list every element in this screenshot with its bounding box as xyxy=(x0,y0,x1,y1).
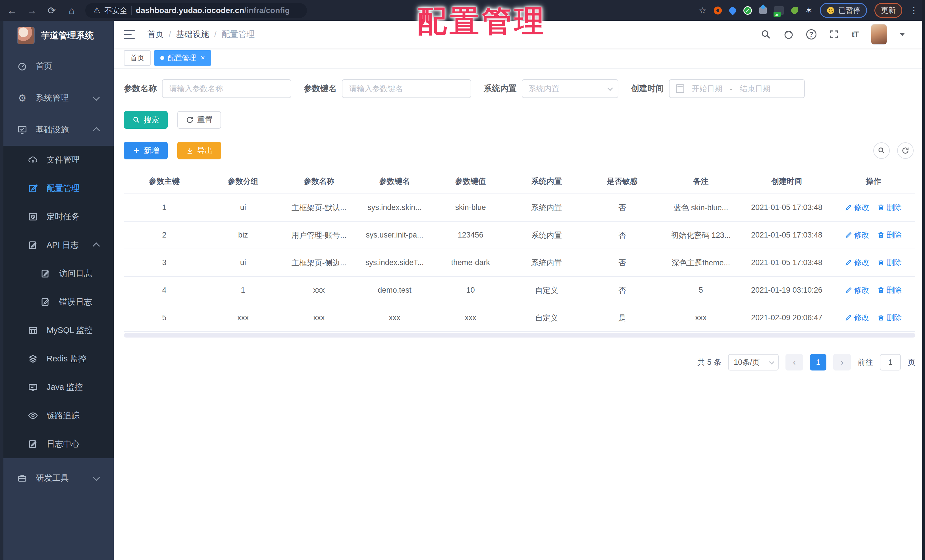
doc-edit-icon xyxy=(27,240,39,250)
page-size-select[interactable]: 10条/页 xyxy=(728,354,779,370)
sidebar-item-sub-8[interactable]: Java 监控 xyxy=(0,373,114,402)
browser-forward-icon[interactable]: → xyxy=(26,6,38,15)
extension-diamond-icon[interactable] xyxy=(759,7,767,14)
tab-close-icon[interactable]: × xyxy=(200,53,205,62)
top-navbar: 首页 / 基础设施 / 配置管理 ? tT xyxy=(114,21,925,48)
sidebar-item-top-1[interactable]: ⚙系统管理 xyxy=(0,82,114,114)
system-builtin-select[interactable]: 系统内置 xyxy=(522,79,618,98)
sidebar-item-sub-10[interactable]: 日志中心 xyxy=(0,430,114,458)
next-page-button[interactable]: › xyxy=(833,354,851,370)
tab-config[interactable]: 配置管理 × xyxy=(154,50,211,66)
goto-page-input[interactable] xyxy=(880,354,901,370)
sidebar-logo-row[interactable]: 芋道管理系统 xyxy=(0,21,114,50)
table-cell: 自定义 xyxy=(508,313,584,323)
table-row: 2biz用户管理-账号...sys.user.init-pa...123456系… xyxy=(124,221,915,249)
font-size-icon[interactable]: tT xyxy=(852,30,859,39)
column-header: 操作 xyxy=(832,176,915,187)
refresh-table-button[interactable] xyxy=(897,142,914,159)
delete-link[interactable]: 删除 xyxy=(877,230,902,240)
sidebar-item-label: Java 监控 xyxy=(47,382,83,393)
date-range-picker[interactable]: 开始日期 - 结束日期 xyxy=(669,79,805,98)
doc-edit-icon xyxy=(27,439,39,449)
url-path: /infra/config xyxy=(244,6,289,15)
cloud-icon xyxy=(27,155,39,165)
extension-donut-icon[interactable] xyxy=(714,6,722,15)
delete-link[interactable]: 删除 xyxy=(877,202,902,212)
sidebar-item-sub-1[interactable]: 配置管理 xyxy=(0,174,114,203)
extension-leaf-icon[interactable] xyxy=(791,7,798,14)
paused-chip[interactable]: 已暂停 xyxy=(820,3,867,18)
table-cell: 4 xyxy=(124,286,205,295)
edit-link[interactable]: 修改 xyxy=(845,202,869,212)
sidebar-item-sub-0[interactable]: 文件管理 xyxy=(0,146,114,174)
help-icon[interactable]: ? xyxy=(806,29,817,39)
table-cell: 用户管理-账号... xyxy=(281,230,357,240)
sidebar-item-top-2[interactable]: 基础设施 xyxy=(0,114,114,146)
param-key-label: 参数键名 xyxy=(304,83,337,94)
table-cell: biz xyxy=(205,231,281,239)
edit-link[interactable]: 修改 xyxy=(845,285,869,295)
table-cell: xxx xyxy=(281,313,357,322)
java-monitor-icon xyxy=(27,382,39,392)
tab-home[interactable]: 首页 xyxy=(124,50,151,66)
table-cell: sys.index.sideT... xyxy=(357,258,432,267)
sidebar-item-label: 文件管理 xyxy=(47,154,80,166)
param-name-input[interactable] xyxy=(162,79,291,98)
sidebar-item-sub-7[interactable]: Redis 监控 xyxy=(0,345,114,373)
user-menu-caret-icon[interactable] xyxy=(899,33,905,36)
browser-back-icon[interactable]: ← xyxy=(6,6,18,15)
browser-reload-icon[interactable]: ⟳ xyxy=(45,6,58,15)
delete-link[interactable]: 删除 xyxy=(877,257,902,268)
extension-on-badge-icon[interactable] xyxy=(774,6,784,15)
horizontal-scrollbar[interactable] xyxy=(124,333,915,337)
column-header: 是否敏感 xyxy=(585,176,660,187)
dashboard-icon xyxy=(17,61,28,71)
export-button[interactable]: 导出 xyxy=(177,142,221,160)
update-chip[interactable]: 更新 xyxy=(874,3,902,18)
edit-link[interactable]: 修改 xyxy=(845,230,869,240)
edit-link[interactable]: 修改 xyxy=(845,257,869,268)
table-row: 3ui主框架页-侧边...sys.index.sideT...theme-dar… xyxy=(124,249,915,277)
browser-address-bar[interactable]: ⚠ 不安全 dashboard.yudao.iocoder.cn/infra/c… xyxy=(85,3,307,18)
column-header: 参数名称 xyxy=(281,176,357,187)
search-icon[interactable] xyxy=(761,29,771,39)
browser-menu-icon[interactable]: ⋮ xyxy=(910,5,918,15)
breadcrumb-home[interactable]: 首页 xyxy=(147,29,164,40)
table-cell: sys.index.skin... xyxy=(357,203,432,212)
column-header: 参数分组 xyxy=(205,176,281,187)
extension-check-icon[interactable]: ✓ xyxy=(743,6,752,15)
sidebar-item-sub-9[interactable]: 链路追踪 xyxy=(0,402,114,430)
sidebar-item-sub-5[interactable]: 错误日志 xyxy=(0,288,114,316)
chevron-down-icon xyxy=(93,474,100,481)
browser-home-icon[interactable]: ⌂ xyxy=(65,6,78,15)
param-key-input[interactable] xyxy=(342,79,471,98)
sidebar-item-bottom-0[interactable]: 研发工具 xyxy=(0,458,114,498)
breadcrumb-infra[interactable]: 基础设施 xyxy=(176,29,209,40)
sidebar-item-label: 基础设施 xyxy=(36,124,69,135)
sidebar-item-sub-3[interactable]: API 日志 xyxy=(0,231,114,259)
sidebar-item-sub-2[interactable]: 定时任务 xyxy=(0,203,114,231)
sidebar-item-sub-4[interactable]: 访问日志 xyxy=(0,259,114,288)
prev-page-button[interactable]: ‹ xyxy=(785,354,803,370)
sidebar-item-top-0[interactable]: 首页 xyxy=(0,50,114,82)
reset-button[interactable]: 重置 xyxy=(177,111,221,129)
github-icon[interactable] xyxy=(783,29,794,39)
edit-link[interactable]: 修改 xyxy=(845,313,869,323)
search-button-label: 搜索 xyxy=(144,115,159,125)
breadcrumb-separator: / xyxy=(214,30,217,39)
search-button[interactable]: 搜索 xyxy=(124,111,168,129)
table-cell: 自定义 xyxy=(508,285,584,295)
page-number-1[interactable]: 1 xyxy=(810,354,826,370)
fullscreen-icon[interactable] xyxy=(829,29,839,39)
paused-chip-label: 已暂停 xyxy=(838,5,860,15)
sidebar-item-sub-6[interactable]: MySQL 监控 xyxy=(0,316,114,345)
add-button[interactable]: 新增 xyxy=(124,142,168,160)
delete-link[interactable]: 删除 xyxy=(877,285,902,295)
toggle-search-button[interactable] xyxy=(873,142,890,159)
delete-link[interactable]: 删除 xyxy=(877,313,902,323)
collapse-sidebar-icon[interactable] xyxy=(124,30,135,39)
extension-pin-icon[interactable] xyxy=(728,6,737,15)
extensions-puzzle-icon[interactable]: ✶ xyxy=(805,5,812,15)
bookmark-star-icon[interactable]: ☆ xyxy=(699,5,707,15)
user-avatar[interactable] xyxy=(871,24,887,45)
